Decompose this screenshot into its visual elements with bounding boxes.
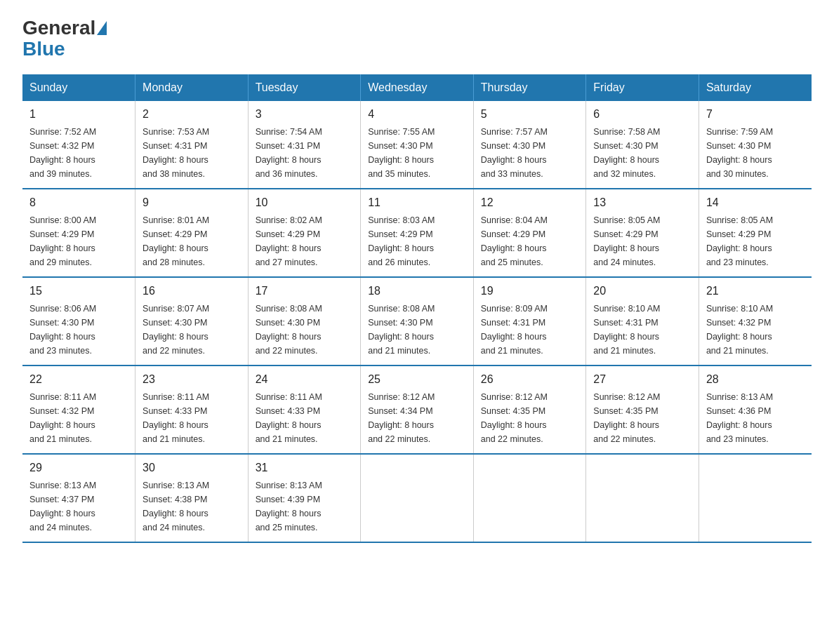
- day-info: Sunrise: 8:12 AMSunset: 4:34 PMDaylight:…: [368, 390, 466, 446]
- day-number: 5: [481, 108, 579, 121]
- calendar-cell: 8Sunrise: 8:00 AMSunset: 4:29 PMDaylight…: [22, 189, 135, 277]
- calendar-cell: 22Sunrise: 8:11 AMSunset: 4:32 PMDayligh…: [22, 365, 135, 454]
- day-number: 8: [29, 196, 128, 209]
- day-number: 16: [143, 285, 241, 297]
- day-number: 27: [593, 373, 691, 386]
- calendar-cell: 11Sunrise: 8:03 AMSunset: 4:29 PMDayligh…: [361, 189, 474, 277]
- calendar-cell: 13Sunrise: 8:05 AMSunset: 4:29 PMDayligh…: [586, 189, 699, 277]
- weekday-header-row: Sunday Monday Tuesday Wednesday Thursday…: [22, 74, 812, 101]
- day-info: Sunrise: 8:12 AMSunset: 4:35 PMDaylight:…: [481, 390, 579, 446]
- day-info: Sunrise: 8:09 AMSunset: 4:31 PMDaylight:…: [481, 302, 579, 358]
- calendar-cell: [586, 454, 699, 542]
- header-saturday: Saturday: [699, 74, 812, 101]
- day-number: 9: [143, 196, 241, 209]
- calendar-week-row: 15Sunrise: 8:06 AMSunset: 4:30 PMDayligh…: [22, 277, 812, 365]
- calendar-cell: 27Sunrise: 8:12 AMSunset: 4:35 PMDayligh…: [586, 365, 699, 454]
- logo-general: General: [22, 17, 95, 39]
- day-info: Sunrise: 7:58 AMSunset: 4:30 PMDaylight:…: [593, 125, 691, 181]
- day-number: 30: [143, 462, 241, 474]
- day-number: 1: [29, 108, 128, 121]
- day-number: 11: [368, 196, 466, 209]
- day-number: 15: [29, 285, 128, 297]
- logo-text: General: [22, 17, 108, 39]
- calendar-week-row: 29Sunrise: 8:13 AMSunset: 4:37 PMDayligh…: [22, 454, 812, 542]
- day-info: Sunrise: 8:02 AMSunset: 4:29 PMDaylight:…: [256, 213, 354, 269]
- day-number: 31: [256, 462, 354, 474]
- day-info: Sunrise: 8:05 AMSunset: 4:29 PMDaylight:…: [593, 213, 691, 269]
- day-info: Sunrise: 7:54 AMSunset: 4:31 PMDaylight:…: [256, 125, 354, 181]
- calendar-cell: 2Sunrise: 7:53 AMSunset: 4:31 PMDaylight…: [135, 101, 249, 189]
- calendar-cell: 4Sunrise: 7:55 AMSunset: 4:30 PMDaylight…: [361, 101, 474, 189]
- calendar-cell: [473, 454, 586, 542]
- logo-triangle-icon: [97, 21, 107, 35]
- day-info: Sunrise: 7:55 AMSunset: 4:30 PMDaylight:…: [368, 125, 466, 181]
- calendar-cell: 5Sunrise: 7:57 AMSunset: 4:30 PMDaylight…: [473, 101, 586, 189]
- day-info: Sunrise: 8:13 AMSunset: 4:38 PMDaylight:…: [143, 478, 241, 535]
- day-info: Sunrise: 7:57 AMSunset: 4:30 PMDaylight:…: [481, 125, 579, 181]
- day-info: Sunrise: 8:06 AMSunset: 4:30 PMDaylight:…: [29, 302, 128, 358]
- header-monday: Monday: [135, 74, 249, 101]
- day-info: Sunrise: 8:07 AMSunset: 4:30 PMDaylight:…: [143, 302, 241, 358]
- day-number: 12: [481, 196, 579, 209]
- day-info: Sunrise: 8:03 AMSunset: 4:29 PMDaylight:…: [368, 213, 466, 269]
- day-info: Sunrise: 8:01 AMSunset: 4:29 PMDaylight:…: [143, 213, 241, 269]
- day-number: 10: [256, 196, 354, 209]
- header-friday: Friday: [586, 74, 699, 101]
- logo-blue: Blue: [22, 38, 65, 60]
- day-info: Sunrise: 8:13 AMSunset: 4:39 PMDaylight:…: [256, 478, 354, 535]
- calendar-cell: [361, 454, 474, 542]
- day-info: Sunrise: 8:13 AMSunset: 4:36 PMDaylight:…: [706, 390, 805, 446]
- calendar-cell: [699, 454, 812, 542]
- calendar-cell: 17Sunrise: 8:08 AMSunset: 4:30 PMDayligh…: [248, 277, 361, 365]
- calendar-cell: 15Sunrise: 8:06 AMSunset: 4:30 PMDayligh…: [22, 277, 135, 365]
- day-number: 18: [368, 285, 466, 297]
- page-header: General Blue: [22, 17, 812, 60]
- day-number: 13: [593, 196, 691, 209]
- calendar-week-row: 1Sunrise: 7:52 AMSunset: 4:32 PMDaylight…: [22, 101, 812, 189]
- day-number: 6: [593, 108, 691, 121]
- calendar-week-row: 22Sunrise: 8:11 AMSunset: 4:32 PMDayligh…: [22, 365, 812, 454]
- calendar-cell: 23Sunrise: 8:11 AMSunset: 4:33 PMDayligh…: [135, 365, 249, 454]
- day-number: 2: [143, 108, 241, 121]
- day-number: 23: [143, 373, 241, 386]
- calendar-cell: 25Sunrise: 8:12 AMSunset: 4:34 PMDayligh…: [361, 365, 474, 454]
- day-info: Sunrise: 8:11 AMSunset: 4:33 PMDaylight:…: [143, 390, 241, 446]
- day-number: 28: [706, 373, 805, 386]
- calendar-cell: 18Sunrise: 8:08 AMSunset: 4:30 PMDayligh…: [361, 277, 474, 365]
- calendar-cell: 29Sunrise: 8:13 AMSunset: 4:37 PMDayligh…: [22, 454, 135, 542]
- calendar-cell: 26Sunrise: 8:12 AMSunset: 4:35 PMDayligh…: [473, 365, 586, 454]
- logo: General Blue: [22, 17, 108, 60]
- calendar-cell: 14Sunrise: 8:05 AMSunset: 4:29 PMDayligh…: [699, 189, 812, 277]
- day-info: Sunrise: 8:13 AMSunset: 4:37 PMDaylight:…: [29, 478, 128, 535]
- day-info: Sunrise: 7:59 AMSunset: 4:30 PMDaylight:…: [706, 125, 805, 181]
- day-number: 4: [368, 108, 466, 121]
- day-info: Sunrise: 8:11 AMSunset: 4:32 PMDaylight:…: [29, 390, 128, 446]
- day-info: Sunrise: 7:53 AMSunset: 4:31 PMDaylight:…: [143, 125, 241, 181]
- day-number: 24: [256, 373, 354, 386]
- day-number: 29: [29, 462, 128, 474]
- day-info: Sunrise: 8:04 AMSunset: 4:29 PMDaylight:…: [481, 213, 579, 269]
- calendar-cell: 19Sunrise: 8:09 AMSunset: 4:31 PMDayligh…: [473, 277, 586, 365]
- day-number: 19: [481, 285, 579, 297]
- day-info: Sunrise: 8:11 AMSunset: 4:33 PMDaylight:…: [256, 390, 354, 446]
- calendar-cell: 20Sunrise: 8:10 AMSunset: 4:31 PMDayligh…: [586, 277, 699, 365]
- day-info: Sunrise: 8:05 AMSunset: 4:29 PMDaylight:…: [706, 213, 805, 269]
- day-number: 26: [481, 373, 579, 386]
- calendar-week-row: 8Sunrise: 8:00 AMSunset: 4:29 PMDaylight…: [22, 189, 812, 277]
- day-info: Sunrise: 8:00 AMSunset: 4:29 PMDaylight:…: [29, 213, 128, 269]
- calendar-cell: 10Sunrise: 8:02 AMSunset: 4:29 PMDayligh…: [248, 189, 361, 277]
- header-tuesday: Tuesday: [248, 74, 361, 101]
- day-number: 7: [706, 108, 805, 121]
- day-number: 21: [706, 285, 805, 297]
- calendar-cell: 28Sunrise: 8:13 AMSunset: 4:36 PMDayligh…: [699, 365, 812, 454]
- day-number: 22: [29, 373, 128, 386]
- day-number: 17: [256, 285, 354, 297]
- header-thursday: Thursday: [473, 74, 586, 101]
- day-info: Sunrise: 7:52 AMSunset: 4:32 PMDaylight:…: [29, 125, 128, 181]
- calendar-cell: 9Sunrise: 8:01 AMSunset: 4:29 PMDaylight…: [135, 189, 249, 277]
- calendar-cell: 24Sunrise: 8:11 AMSunset: 4:33 PMDayligh…: [248, 365, 361, 454]
- calendar-cell: 7Sunrise: 7:59 AMSunset: 4:30 PMDaylight…: [699, 101, 812, 189]
- calendar-cell: 1Sunrise: 7:52 AMSunset: 4:32 PMDaylight…: [22, 101, 135, 189]
- calendar-cell: 12Sunrise: 8:04 AMSunset: 4:29 PMDayligh…: [473, 189, 586, 277]
- calendar-cell: 16Sunrise: 8:07 AMSunset: 4:30 PMDayligh…: [135, 277, 249, 365]
